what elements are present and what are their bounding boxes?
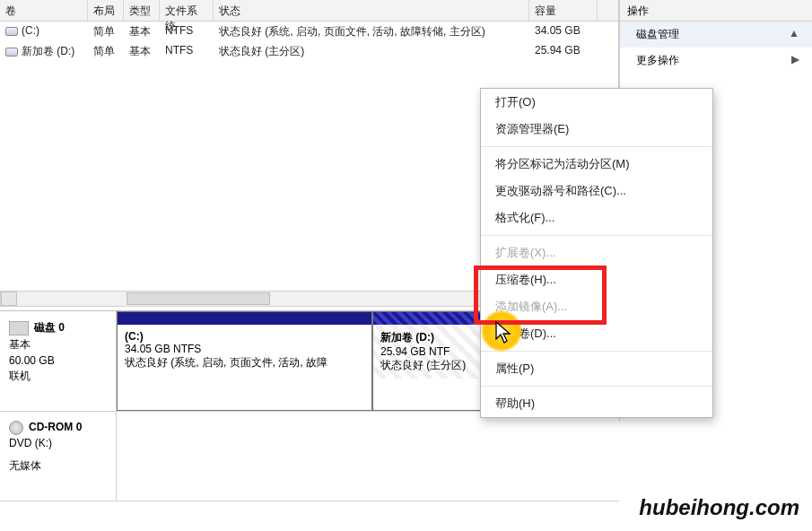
menu-shrink-vol[interactable]: 压缩卷(H)... <box>481 266 712 293</box>
menu-format[interactable]: 格式化(F)... <box>481 205 712 231</box>
partition-c[interactable]: (C:) 34.05 GB NTFS 状态良好 (系统, 启动, 页面文件, 活… <box>117 311 372 411</box>
scroll-thumb[interactable] <box>127 292 270 305</box>
action-more[interactable]: 更多操作▶ <box>620 48 812 74</box>
context-menu: 打开(O) 资源管理器(E) 将分区标记为活动分区(M) 更改驱动器号和路径(C… <box>480 88 713 418</box>
disk-icon <box>9 321 29 335</box>
col-volume[interactable]: 卷 <box>0 0 88 21</box>
volume-list-header: 卷 布局 类型 文件系统 状态 容量 <box>0 0 618 22</box>
actions-header: 操作 <box>620 0 812 22</box>
col-type[interactable]: 类型 <box>124 0 160 21</box>
menu-delete-vol[interactable]: 删除卷(D)... <box>481 320 712 347</box>
menu-explorer[interactable]: 资源管理器(E) <box>481 116 712 143</box>
menu-add-mirror: 添加镜像(A)... <box>481 293 712 320</box>
col-filesystem[interactable]: 文件系统 <box>160 0 214 21</box>
action-disk-management[interactable]: 磁盘管理▲ <box>620 22 812 48</box>
disk-0-header[interactable]: 磁盘 0 基本 60.00 GB 联机 <box>0 311 117 411</box>
arrow-up-icon: ▲ <box>789 27 799 42</box>
menu-help[interactable]: 帮助(H) <box>481 390 712 417</box>
menu-mark-active[interactable]: 将分区标记为活动分区(M) <box>481 151 712 178</box>
volume-row[interactable]: (C:) 简单 基本 NTFS 状态良好 (系统, 启动, 页面文件, 活动, … <box>0 22 618 41</box>
menu-change-letter[interactable]: 更改驱动器号和路径(C)... <box>481 178 712 205</box>
col-capacity[interactable]: 容量 <box>529 0 598 21</box>
cdrom-block: CD-ROM 0 DVD (K:) 无媒体 <box>0 412 619 501</box>
menu-properties[interactable]: 属性(P) <box>481 355 712 382</box>
chevron-right-icon: ▶ <box>791 53 799 68</box>
watermark: hubeihong.com <box>639 495 799 520</box>
scroll-left-button[interactable] <box>1 292 17 306</box>
cdrom-icon <box>9 421 23 435</box>
cdrom-header[interactable]: CD-ROM 0 DVD (K:) 无媒体 <box>0 412 117 501</box>
menu-open[interactable]: 打开(O) <box>481 89 712 116</box>
col-layout[interactable]: 布局 <box>88 0 124 21</box>
volume-icon <box>5 27 18 36</box>
volume-row[interactable]: 新加卷 (D:) 简单 基本 NTFS 状态良好 (主分区) 25.94 GB <box>0 41 618 61</box>
volume-icon <box>5 48 18 57</box>
menu-extend-vol: 扩展卷(X)... <box>481 239 712 266</box>
col-status[interactable]: 状态 <box>214 0 529 21</box>
